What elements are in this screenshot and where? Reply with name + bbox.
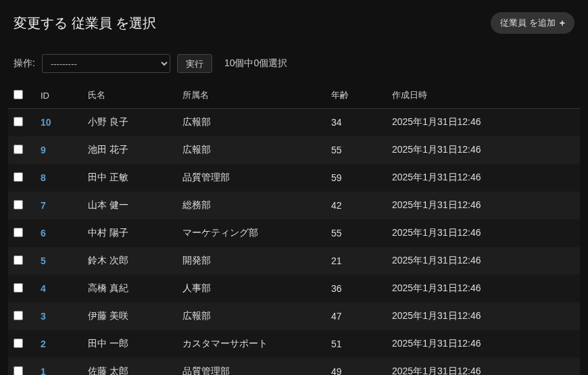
cell-created: 2025年1月31日12:46 bbox=[387, 275, 580, 303]
cell-created: 2025年1月31日12:46 bbox=[387, 247, 580, 275]
cell-age: 49 bbox=[326, 358, 387, 376]
cell-created: 2025年1月31日12:46 bbox=[387, 358, 580, 376]
cell-created: 2025年1月31日12:46 bbox=[387, 303, 580, 330]
cell-dept: 広報部 bbox=[177, 136, 326, 164]
id-link[interactable]: 6 bbox=[41, 228, 46, 239]
id-link[interactable]: 8 bbox=[41, 172, 46, 183]
cell-dept: 品質管理部 bbox=[177, 164, 326, 192]
cell-name: 佐藤 太郎 bbox=[82, 358, 177, 376]
column-header-name[interactable]: 氏名 bbox=[82, 82, 177, 109]
cell-age: 47 bbox=[326, 303, 387, 330]
cell-name: 池田 花子 bbox=[82, 136, 177, 164]
column-header-dept[interactable]: 所属名 bbox=[177, 82, 326, 109]
cell-dept: 人事部 bbox=[177, 275, 326, 303]
employee-table: ID 氏名 所属名 年齢 作成日時 10小野 良子広報部342025年1月31日… bbox=[8, 82, 580, 375]
cell-dept: カスタマーサポート bbox=[177, 330, 326, 358]
cell-dept: 広報部 bbox=[177, 109, 326, 136]
select-all-checkbox[interactable] bbox=[14, 90, 23, 99]
row-checkbox[interactable] bbox=[14, 283, 23, 293]
id-link[interactable]: 9 bbox=[41, 145, 46, 155]
row-checkbox[interactable] bbox=[14, 311, 23, 320]
table-row: 10小野 良子広報部342025年1月31日12:46 bbox=[8, 109, 580, 136]
table-row: 8田中 正敏品質管理部592025年1月31日12:46 bbox=[8, 164, 580, 192]
cell-created: 2025年1月31日12:46 bbox=[387, 330, 580, 358]
cell-age: 34 bbox=[326, 109, 387, 136]
id-link[interactable]: 10 bbox=[41, 117, 51, 128]
cell-name: 伊藤 美咲 bbox=[82, 303, 177, 330]
cell-name: 田中 一郎 bbox=[82, 330, 177, 358]
row-checkbox[interactable] bbox=[14, 255, 23, 265]
page-title: 変更する 従業員 を選択 bbox=[14, 14, 156, 32]
row-checkbox[interactable] bbox=[14, 228, 23, 237]
cell-age: 51 bbox=[326, 330, 387, 358]
id-link[interactable]: 2 bbox=[41, 339, 46, 349]
table-row: 4高橋 真紀人事部362025年1月31日12:46 bbox=[8, 275, 580, 303]
column-header-id[interactable]: ID bbox=[35, 82, 82, 109]
id-link[interactable]: 5 bbox=[41, 255, 46, 266]
selection-counter: 10個中0個選択 bbox=[224, 57, 287, 70]
cell-name: 山本 健一 bbox=[82, 192, 177, 220]
row-checkbox[interactable] bbox=[14, 172, 23, 182]
row-checkbox[interactable] bbox=[14, 145, 23, 154]
actions-label: 操作: bbox=[14, 57, 35, 70]
id-link[interactable]: 3 bbox=[41, 311, 46, 322]
plus-icon: + bbox=[560, 18, 565, 28]
row-checkbox[interactable] bbox=[14, 200, 23, 209]
table-row: 3伊藤 美咲広報部472025年1月31日12:46 bbox=[8, 303, 580, 330]
action-select[interactable]: --------- bbox=[42, 54, 170, 73]
id-link[interactable]: 4 bbox=[41, 283, 46, 294]
cell-age: 36 bbox=[326, 275, 387, 303]
actions-bar: 操作: --------- 実行 10個中0個選択 bbox=[0, 39, 588, 82]
cell-name: 中村 陽子 bbox=[82, 220, 177, 247]
row-checkbox[interactable] bbox=[14, 339, 23, 348]
table-row: 9池田 花子広報部552025年1月31日12:46 bbox=[8, 136, 580, 164]
select-all-header bbox=[8, 82, 35, 109]
table-row: 7山本 健一総務部422025年1月31日12:46 bbox=[8, 192, 580, 220]
add-button-label: 従業員 を追加 bbox=[500, 17, 556, 29]
cell-dept: 広報部 bbox=[177, 303, 326, 330]
cell-dept: 開発部 bbox=[177, 247, 326, 275]
cell-age: 42 bbox=[326, 192, 387, 220]
id-link[interactable]: 1 bbox=[41, 366, 46, 375]
table-row: 2田中 一郎カスタマーサポート512025年1月31日12:46 bbox=[8, 330, 580, 358]
cell-created: 2025年1月31日12:46 bbox=[387, 164, 580, 192]
cell-created: 2025年1月31日12:46 bbox=[387, 136, 580, 164]
header-row: 変更する 従業員 を選択 従業員 を追加 + bbox=[0, 0, 588, 39]
cell-name: 鈴木 次郎 bbox=[82, 247, 177, 275]
table-row: 5鈴木 次郎開発部212025年1月31日12:46 bbox=[8, 247, 580, 275]
column-header-age[interactable]: 年齢 bbox=[326, 82, 387, 109]
cell-created: 2025年1月31日12:46 bbox=[387, 192, 580, 220]
cell-age: 59 bbox=[326, 164, 387, 192]
cell-age: 55 bbox=[326, 136, 387, 164]
cell-age: 55 bbox=[326, 220, 387, 247]
go-button[interactable]: 実行 bbox=[177, 54, 212, 73]
column-header-created[interactable]: 作成日時 bbox=[387, 82, 580, 109]
cell-dept: マーケティング部 bbox=[177, 220, 326, 247]
cell-name: 田中 正敏 bbox=[82, 164, 177, 192]
table-row: 6中村 陽子マーケティング部552025年1月31日12:46 bbox=[8, 220, 580, 247]
cell-name: 小野 良子 bbox=[82, 109, 177, 136]
cell-created: 2025年1月31日12:46 bbox=[387, 220, 580, 247]
cell-created: 2025年1月31日12:46 bbox=[387, 109, 580, 136]
row-checkbox[interactable] bbox=[14, 366, 23, 376]
cell-name: 高橋 真紀 bbox=[82, 275, 177, 303]
cell-age: 21 bbox=[326, 247, 387, 275]
row-checkbox[interactable] bbox=[14, 117, 23, 126]
table-header-row: ID 氏名 所属名 年齢 作成日時 bbox=[8, 82, 580, 109]
cell-dept: 品質管理部 bbox=[177, 358, 326, 376]
add-employee-button[interactable]: 従業員 を追加 + bbox=[491, 12, 574, 34]
cell-dept: 総務部 bbox=[177, 192, 326, 220]
table-row: 1佐藤 太郎品質管理部492025年1月31日12:46 bbox=[8, 358, 580, 376]
id-link[interactable]: 7 bbox=[41, 200, 46, 211]
